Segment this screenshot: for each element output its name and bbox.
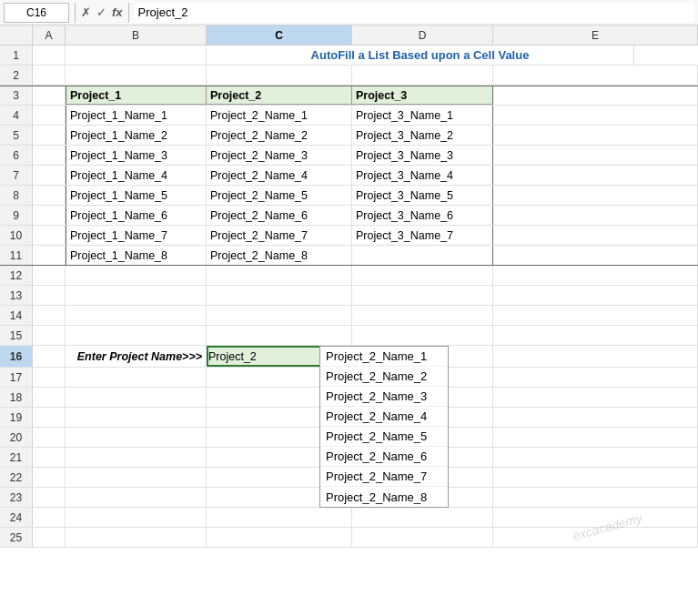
cell-c14[interactable] (207, 306, 352, 325)
cell-d11[interactable] (352, 246, 493, 265)
cell-b5[interactable]: Project_1_Name_2 (66, 126, 207, 145)
cell-d4[interactable]: Project_3_Name_1 (352, 106, 493, 125)
cell-b13[interactable] (66, 286, 207, 305)
cell-e2[interactable] (493, 66, 698, 85)
cell-a1[interactable] (33, 45, 66, 65)
cell-e17[interactable] (493, 368, 698, 387)
cell-d5[interactable]: Project_3_Name_2 (352, 126, 493, 145)
cell-d12[interactable] (352, 266, 493, 285)
cell-d6[interactable]: Project_3_Name_3 (352, 146, 493, 165)
cell-e13[interactable] (493, 286, 698, 305)
list-item[interactable]: Project_2_Name_2 (320, 367, 448, 387)
cell-c2[interactable] (207, 66, 352, 85)
cell-e12[interactable] (493, 266, 698, 285)
cell-a13[interactable] (33, 286, 66, 305)
cell-e14[interactable] (493, 306, 698, 325)
cell-b18[interactable] (66, 388, 207, 407)
cell-c8[interactable]: Project_2_Name_5 (207, 186, 352, 205)
cell-b10[interactable]: Project_1_Name_7 (66, 226, 207, 245)
cell-e7[interactable] (493, 166, 698, 185)
cell-e10[interactable] (493, 226, 698, 245)
cell-a6[interactable] (33, 146, 66, 165)
cell-a22[interactable] (33, 468, 66, 487)
cell-c7[interactable]: Project_2_Name_4 (207, 166, 352, 185)
cell-b7[interactable]: Project_1_Name_4 (66, 166, 207, 185)
cell-c3-header[interactable]: Project_2 (207, 86, 352, 105)
cell-d24[interactable] (352, 508, 493, 527)
cell-d14[interactable] (352, 306, 493, 325)
cell-a23[interactable] (33, 488, 66, 507)
list-item[interactable]: Project_2_Name_7 (320, 467, 448, 487)
cell-c13[interactable] (207, 286, 352, 305)
cell-c4[interactable]: Project_2_Name_1 (207, 106, 352, 125)
cell-b23[interactable] (66, 488, 207, 507)
cell-c11[interactable]: Project_2_Name_8 (207, 246, 352, 265)
col-header-e[interactable]: E (493, 25, 698, 45)
cell-a2[interactable] (33, 66, 66, 85)
cell-a19[interactable] (33, 408, 66, 427)
list-item[interactable]: Project_2_Name_1 (320, 347, 448, 367)
cell-b20[interactable] (66, 428, 207, 447)
list-item[interactable]: Project_2_Name_8 (320, 487, 448, 507)
cell-e8[interactable] (493, 186, 698, 205)
cell-b22[interactable] (66, 468, 207, 487)
cell-b12[interactable] (66, 266, 207, 285)
cell-e11[interactable] (493, 246, 698, 265)
cell-b17[interactable] (66, 368, 207, 387)
cell-b19[interactable] (66, 408, 207, 427)
cell-e21[interactable] (493, 448, 698, 467)
cell-d10[interactable]: Project_3_Name_7 (352, 226, 493, 245)
cell-d9[interactable]: Project_3_Name_6 (352, 206, 493, 225)
cell-title[interactable]: AutoFill a List Based upon a Cell Value (207, 45, 634, 65)
cell-d8[interactable]: Project_3_Name_5 (352, 186, 493, 205)
cell-a21[interactable] (33, 448, 66, 467)
formula-input[interactable] (135, 3, 694, 23)
cell-e16[interactable] (493, 346, 698, 367)
cell-b8[interactable]: Project_1_Name_5 (66, 186, 207, 205)
cell-a14[interactable] (33, 306, 66, 325)
cell-b21[interactable] (66, 448, 207, 467)
cell-c9[interactable]: Project_2_Name_6 (207, 206, 352, 225)
cell-a18[interactable] (33, 388, 66, 407)
cell-a17[interactable] (33, 368, 66, 387)
cell-e20[interactable] (493, 428, 698, 447)
cell-a5[interactable] (33, 126, 66, 145)
list-item[interactable]: Project_2_Name_4 (320, 407, 448, 427)
cell-c10[interactable]: Project_2_Name_7 (207, 226, 352, 245)
col-header-a[interactable]: A (33, 25, 66, 45)
cell-e25[interactable] (493, 528, 698, 547)
cell-b6[interactable]: Project_1_Name_3 (66, 146, 207, 165)
cell-a8[interactable] (33, 186, 66, 205)
cell-b25[interactable] (66, 528, 207, 547)
cell-c5[interactable]: Project_2_Name_2 (207, 126, 352, 145)
cell-a3[interactable] (33, 86, 66, 105)
cell-c25[interactable] (207, 528, 352, 547)
cell-b3-header[interactable]: Project_1 (66, 86, 207, 105)
cell-a24[interactable] (33, 508, 66, 527)
cell-d15[interactable] (352, 326, 493, 345)
cell-e3[interactable] (493, 86, 698, 105)
cell-e5[interactable] (493, 126, 698, 145)
cell-a20[interactable] (33, 428, 66, 447)
cell-b24[interactable] (66, 508, 207, 527)
col-header-b[interactable]: B (66, 25, 207, 45)
cell-a25[interactable] (33, 528, 66, 547)
cancel-icon[interactable]: ✗ (81, 5, 91, 19)
cell-a7[interactable] (33, 166, 66, 185)
cell-d3-header[interactable]: Project_3 (352, 86, 493, 105)
cell-b2[interactable] (66, 66, 207, 85)
cell-a4[interactable] (33, 106, 66, 125)
cell-b11[interactable]: Project_1_Name_8 (66, 246, 207, 265)
cell-d13[interactable] (352, 286, 493, 305)
cell-e23[interactable] (493, 488, 698, 507)
list-item[interactable]: Project_2_Name_6 (320, 447, 448, 467)
cell-a10[interactable] (33, 226, 66, 245)
cell-e15[interactable] (493, 326, 698, 345)
name-box[interactable]: C16 (4, 3, 69, 23)
cell-e19[interactable] (493, 408, 698, 427)
cell-d25[interactable] (352, 528, 493, 547)
cell-a16[interactable] (33, 346, 66, 367)
dropdown-list[interactable]: Project_2_Name_1 Project_2_Name_2 Projec… (319, 346, 449, 508)
cell-b1[interactable] (66, 45, 207, 65)
list-item[interactable]: Project_2_Name_3 (320, 387, 448, 407)
